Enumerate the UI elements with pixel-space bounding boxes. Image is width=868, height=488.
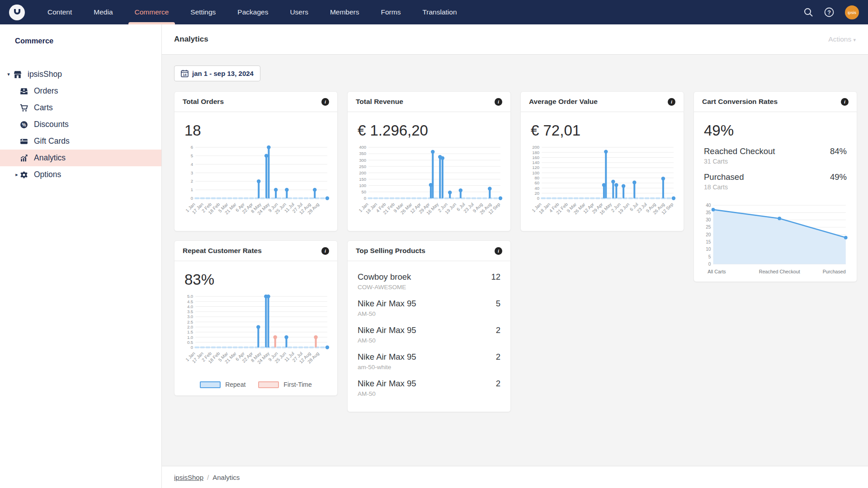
sidebar-item-carts[interactable]: Carts <box>0 99 161 116</box>
total-orders-card: Total Orders i 18 01234561 Jan17 Jan2 Fe… <box>174 91 338 231</box>
top-selling-card: Top Selling Products i Cowboy broek12COW… <box>347 240 511 412</box>
svg-text:2: 2 <box>191 178 193 183</box>
svg-text:300: 300 <box>359 158 366 163</box>
main-menu: ContentMediaCommerceSettingsPackagesUser… <box>37 0 468 24</box>
breadcrumb: ipsisShop / Analytics <box>162 466 868 488</box>
svg-text:40: 40 <box>706 203 711 208</box>
product-quantity: 12 <box>491 272 500 282</box>
sidebar-item-discounts[interactable]: %Discounts <box>0 116 161 133</box>
info-icon[interactable]: i <box>668 98 675 106</box>
user-avatar[interactable]: ipsis <box>845 5 859 19</box>
svg-text:40: 40 <box>535 186 540 191</box>
cart-conversion-card: Cart Conversion Rates i 49% Reached Chec… <box>693 91 857 282</box>
svg-text:0: 0 <box>191 345 193 350</box>
tree-item-label: Carts <box>34 103 53 113</box>
svg-text:0: 0 <box>537 196 539 201</box>
nav-item-translation[interactable]: Translation <box>411 0 467 24</box>
nav-right: ? ipsis <box>803 5 859 19</box>
product-sku: AM-50 <box>358 390 500 397</box>
caret-right-icon[interactable]: ▸ <box>14 172 20 178</box>
info-icon[interactable]: i <box>495 98 502 106</box>
calendar-icon: 14 <box>181 70 189 77</box>
caret-down-icon[interactable]: ▾ <box>5 71 12 77</box>
svg-text:15: 15 <box>706 239 711 244</box>
stage-percent: 84% <box>830 146 847 156</box>
nav-item-settings[interactable]: Settings <box>179 0 226 24</box>
tree-item-label: ipsisShop <box>28 70 62 79</box>
sidebar-item-gift-cards[interactable]: Gift Cards <box>0 133 161 150</box>
nav-item-packages[interactable]: Packages <box>226 0 279 24</box>
repeat-customer-card: Repeat Customer Rates i 83% 00.51.01.52.… <box>174 240 338 396</box>
svg-text:35: 35 <box>706 210 711 215</box>
search-icon[interactable] <box>803 7 813 17</box>
svg-text:25: 25 <box>706 225 711 230</box>
breadcrumb-separator: / <box>207 474 209 481</box>
info-icon[interactable]: i <box>321 98 329 106</box>
top-products-list: Cowboy broek12COW-AWESOMENike Air Max 95… <box>348 261 510 412</box>
total-revenue-value: € 1.296,20 <box>348 112 510 140</box>
svg-text:23 Jul: 23 Jul <box>462 202 475 214</box>
help-icon[interactable]: ? <box>824 7 834 17</box>
total-orders-value: 18 <box>175 112 337 140</box>
umbraco-logo[interactable] <box>9 5 25 20</box>
svg-text:160: 160 <box>532 155 539 160</box>
store-icon <box>14 70 22 79</box>
stage-label: Reached Checkout <box>704 146 775 156</box>
nav-item-media[interactable]: Media <box>83 0 123 24</box>
nav-item-forms[interactable]: Forms <box>370 0 412 24</box>
svg-text:4.0: 4.0 <box>187 304 193 309</box>
tree-item-label: Analytics <box>34 153 66 163</box>
info-icon[interactable]: i <box>841 98 849 106</box>
nav-item-members[interactable]: Members <box>319 0 370 24</box>
top-nav: ContentMediaCommerceSettingsPackagesUser… <box>0 0 868 24</box>
legend-label: Repeat <box>225 381 245 388</box>
svg-text:5.0: 5.0 <box>187 294 193 299</box>
date-range-button[interactable]: 14 jan 1 - sep 13, 2024 <box>174 66 260 81</box>
sidebar-item-orders[interactable]: Orders <box>0 83 161 99</box>
sidebar-item-options[interactable]: ▸Options <box>0 166 161 183</box>
nav-item-users[interactable]: Users <box>279 0 319 24</box>
legend-swatch <box>200 381 221 388</box>
conversion-row-purchased: Purchased49%18 Carts <box>704 172 847 191</box>
nav-item-commerce[interactable]: Commerce <box>124 0 180 24</box>
card-title: Top Selling Products <box>356 247 425 255</box>
total-revenue-card: Total Revenue i € 1.296,20 0501001502002… <box>347 91 511 231</box>
info-icon[interactable]: i <box>321 247 329 255</box>
svg-text:10: 10 <box>706 247 711 252</box>
svg-text:250: 250 <box>359 164 366 169</box>
svg-text:?: ? <box>827 9 831 16</box>
conversion-rate-value: 49% <box>694 112 857 140</box>
svg-text:0.5: 0.5 <box>187 340 193 345</box>
nav-item-content[interactable]: Content <box>37 0 83 24</box>
page-title: Analytics <box>174 35 208 44</box>
svg-text:6: 6 <box>191 145 193 150</box>
info-icon[interactable]: i <box>495 247 502 255</box>
svg-text:Reached Checkout: Reached Checkout <box>759 269 800 274</box>
svg-text:100: 100 <box>359 183 366 188</box>
svg-text:350: 350 <box>359 151 366 156</box>
product-row: Nike Air Max 952am-50-white <box>358 352 500 371</box>
page-header: Analytics Actions ▾ <box>162 24 868 55</box>
cart-conversion-chart: 0510152025303540All CartsReached Checkou… <box>694 198 857 282</box>
stage-percent: 49% <box>830 172 847 182</box>
legend-item-repeat: Repeat <box>200 381 245 388</box>
svg-text:30: 30 <box>706 217 711 222</box>
sidebar-item-ipsisshop[interactable]: ▾ipsisShop <box>0 66 161 83</box>
sidebar-section-title: Commerce <box>15 37 161 45</box>
sidebar-item-analytics[interactable]: Analytics <box>0 150 161 166</box>
actions-dropdown[interactable]: Actions ▾ <box>828 35 856 43</box>
card-title: Total Orders <box>183 98 224 106</box>
product-quantity: 2 <box>496 352 500 362</box>
svg-text:2.5: 2.5 <box>187 319 193 324</box>
analytics-content: 14 jan 1 - sep 13, 2024 Total Orders i 1… <box>162 55 868 466</box>
chevron-down-icon: ▾ <box>853 37 856 42</box>
orders-icon <box>20 87 28 95</box>
stage-carts: 18 Carts <box>704 183 847 191</box>
product-sku: AM-50 <box>358 310 500 317</box>
breadcrumb-link-shop[interactable]: ipsisShop <box>174 474 203 481</box>
svg-text:0: 0 <box>364 196 366 201</box>
legend-item-first-time: First-Time <box>258 381 311 388</box>
average-order-value-card: Average Order Value i € 72,01 0204060801… <box>520 91 684 231</box>
analytics-icon <box>20 154 28 162</box>
svg-text:14: 14 <box>183 73 187 76</box>
